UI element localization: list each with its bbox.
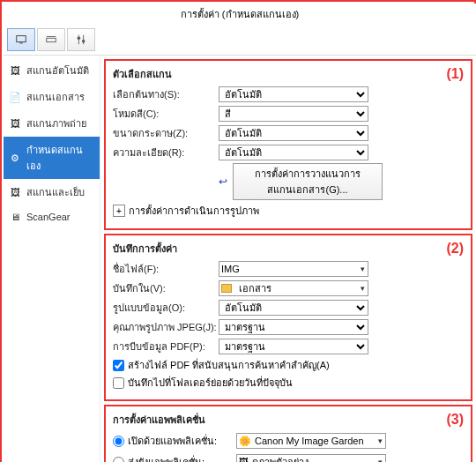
- sidebar-item-custom[interactable]: ⚙กำหนดสแกนเอง: [4, 137, 100, 179]
- top-toolbar: [4, 25, 476, 56]
- papersize-select[interactable]: อัตโนมัติ: [219, 125, 368, 141]
- sidebar-item-scangear[interactable]: 🖥ScanGear: [4, 205, 100, 228]
- app-icon: 🌼: [239, 436, 251, 447]
- resolution-label: ความละเอียด(R):: [113, 145, 219, 160]
- sidebar-item-label: สแกนอัตโนมัติ: [26, 63, 89, 78]
- svg-rect-1: [19, 43, 23, 44]
- filename-label: ชื่อไฟล์(F):: [113, 261, 219, 277]
- folder-icon: [221, 284, 232, 293]
- subfolder-date-checkbox[interactable]: [113, 377, 124, 389]
- send-to-app-combo[interactable]: 🖼ดูภาพตัวอย่าง: [236, 454, 386, 462]
- window-title: การตั้งค่า (กำหนดสแกนเอง): [4, 4, 476, 25]
- sidebar: 🖼สแกนอัตโนมัติ 📄สแกนเอกสาร 🖼สแกนภาพถ่าย …: [4, 56, 100, 462]
- monitor-icon: [15, 34, 27, 46]
- stitch-icon: 🖼: [9, 186, 21, 198]
- subfolder-date-label: บันทึกไปที่โฟลเดอร์ย่อยด้วยวันที่ปัจจุบั…: [128, 375, 293, 391]
- section-scan-options: (1) ตัวเลือกสแกน เลือกต้นทาง(S):อัตโนมัต…: [104, 59, 472, 230]
- filename-combo[interactable]: IMG: [219, 261, 368, 277]
- pdf-select[interactable]: มาตรฐาน: [219, 339, 368, 354]
- sidebar-item-label: สแกนภาพถ่าย: [26, 116, 86, 131]
- sidebar-item-photo[interactable]: 🖼สแกนภาพถ่าย: [4, 110, 100, 137]
- settings-dialog: การตั้งค่า (กำหนดสแกนเอง) 🖼สแกนอัตโนมัติ…: [4, 4, 476, 462]
- auto-icon: 🖼: [9, 64, 21, 77]
- sliders-icon: [75, 34, 87, 46]
- section-title: การตั้งค่าแอพพลิเคชั่น: [113, 412, 464, 428]
- section-save-settings: (2) บันทึกการตั้งค่า ชื่อไฟล์(F):IMG บัน…: [104, 234, 472, 401]
- colormode-select[interactable]: สี: [219, 106, 368, 122]
- sidebar-item-stitch[interactable]: 🖼สแกนและเย็บ: [4, 179, 100, 205]
- document-icon: 📄: [9, 91, 21, 103]
- jpeg-label: คุณภาพรูปภาพ JPEG(J):: [113, 319, 219, 335]
- section-number: (2): [446, 241, 464, 257]
- doc-scan-settings-button[interactable]: การตั้งค่าการวางแนวการสแกนเอกสาร(G)...: [233, 163, 383, 200]
- section-number: (3): [446, 412, 464, 428]
- sidebar-item-label: ScanGear: [26, 212, 71, 222]
- image-processing-label: การตั้งค่าการดำเนินการรูปภาพ: [129, 203, 259, 219]
- source-label: เลือกต้นทาง(S):: [113, 86, 219, 102]
- main-panel: (1) ตัวเลือกสแกน เลือกต้นทาง(S):อัตโนมัต…: [100, 56, 476, 462]
- sidebar-item-label: สแกนและเย็บ: [26, 184, 85, 200]
- sidebar-item-label: กำหนดสแกนเอง: [26, 142, 94, 174]
- sidebar-item-auto[interactable]: 🖼สแกนอัตโนมัติ: [4, 57, 100, 84]
- tab-general-settings[interactable]: [67, 28, 95, 51]
- pdf-keyword-checkbox[interactable]: [113, 360, 124, 371]
- scangear-icon: 🖥: [9, 211, 21, 223]
- open-with-radio[interactable]: [113, 436, 124, 447]
- send-to-app-radio[interactable]: [113, 457, 124, 463]
- format-select[interactable]: อัตโนมัติ: [219, 300, 368, 316]
- pdf-label: การบีบข้อมูล PDF(P):: [113, 339, 219, 354]
- section-title: บันทึกการตั้งค่า: [113, 241, 464, 257]
- sidebar-item-document[interactable]: 📄สแกนเอกสาร: [4, 84, 100, 110]
- resolution-select[interactable]: อัตโนมัติ: [219, 145, 368, 160]
- tab-scan-from-panel[interactable]: [37, 28, 65, 51]
- custom-icon: ⚙: [9, 152, 21, 164]
- savein-combo[interactable]: เอกสาร: [219, 280, 368, 296]
- papersize-label: ขนาดกระดาษ(Z):: [113, 125, 219, 141]
- scanner-icon: [45, 34, 57, 46]
- format-label: รูปแบบข้อมูล(O):: [113, 300, 219, 316]
- svg-point-7: [82, 40, 86, 43]
- jpeg-select[interactable]: มาตรฐาน: [219, 319, 368, 335]
- tab-scan-from-computer[interactable]: [7, 28, 35, 51]
- section-number: (1): [446, 66, 464, 82]
- source-select[interactable]: อัตโนมัติ: [219, 86, 368, 102]
- sidebar-item-label: สแกนเอกสาร: [26, 89, 85, 105]
- expand-icon[interactable]: +: [113, 205, 125, 217]
- svg-rect-0: [17, 36, 26, 42]
- svg-rect-2: [47, 38, 56, 41]
- savein-label: บันทึกใน(V):: [113, 280, 219, 296]
- colormode-label: โหมดสี(C):: [113, 106, 219, 122]
- send-to-app-label: ส่งยังแอพพลิเคชั่น:: [128, 454, 205, 462]
- section-app-settings: (3) การตั้งค่าแอพพลิเคชั่น เปิดด้วยแอพพล…: [104, 405, 472, 462]
- section-title: ตัวเลือกสแกน: [113, 66, 464, 82]
- svg-point-6: [78, 37, 81, 41]
- link-icon: ↩: [219, 175, 227, 188]
- open-with-combo[interactable]: 🌼Canon My Image Garden: [236, 433, 386, 449]
- preview-icon: 🖼: [239, 457, 249, 462]
- pdf-keyword-label: สร้างไฟล์ PDF ที่สนับสนุนการค้นหาคำสำคัญ…: [128, 357, 330, 373]
- photo-icon: 🖼: [9, 117, 21, 130]
- open-with-label: เปิดด้วยแอพพลิเคชั่น:: [128, 433, 217, 449]
